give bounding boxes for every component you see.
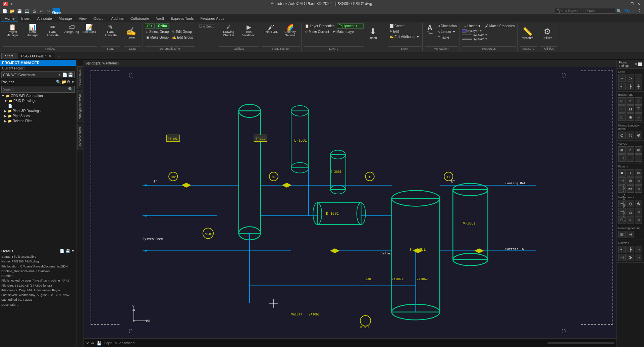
fitting-item-6[interactable]: ○ [635, 177, 642, 185]
fitting-item-4[interactable]: ⊣ [618, 177, 626, 185]
instr-item-3[interactable]: ⊕ [635, 200, 642, 207]
project-icon2[interactable]: 💾 [68, 72, 73, 77]
edit-group-btn2[interactable]: ✍ Edit Group [171, 35, 195, 40]
instr-item-6[interactable]: ○ [635, 208, 642, 215]
help-button[interactable]: ? [636, 8, 643, 14]
signin-button[interactable]: Sign In [625, 9, 635, 13]
tab-collaborate[interactable]: Collaborate [127, 15, 153, 22]
tab-featured[interactable]: Featured Apps [197, 15, 228, 22]
valve-item-4[interactable]: ⊣ [618, 154, 626, 162]
spec-item-3[interactable]: ⊕ [635, 132, 642, 139]
make-group-button[interactable]: ▣ Make Group [145, 35, 170, 40]
fitting-item-9[interactable]: ○ [635, 185, 642, 193]
equip-item-5[interactable]: ⊔ [627, 105, 634, 113]
match-props-button[interactable]: 🖌 Match Properties [484, 23, 516, 29]
data-manager-button[interactable]: 📊 Data Manager [23, 23, 42, 38]
line-item-4[interactable]: ┤ [618, 83, 626, 90]
spec-item-1[interactable]: ⊙ [618, 132, 626, 139]
layer-properties-button[interactable]: 📋 Layer Properties [304, 23, 336, 29]
fitting-item-1[interactable]: ▣ [618, 169, 626, 177]
cmd-icon2[interactable]: ✏ [91, 341, 95, 346]
cmd-icon1[interactable]: ✕ [86, 341, 89, 346]
pid-annotate-button[interactable]: ✏ P&ID Annotate [43, 23, 62, 38]
valve-item-3[interactable]: ⊕ [635, 146, 642, 154]
tab-drawing[interactable]: PSG300 P&ID* ✕ [17, 53, 55, 59]
details-btn2[interactable]: 💾 [65, 249, 70, 253]
restore-button[interactable]: ❒ [629, 1, 635, 6]
side-tab-ortho[interactable]: Orthographic DWG [77, 91, 83, 122]
leader-button[interactable]: ↖ Leader ▼ [436, 29, 458, 34]
line-item-5[interactable]: ├ [627, 83, 634, 90]
equip-item-4[interactable]: ⊓ [618, 105, 626, 113]
nozzle-item-1[interactable]: ┤ [618, 246, 626, 253]
cmd-icon3[interactable]: 💾 [97, 341, 102, 346]
nozzle-item-4[interactable]: ⊣ [618, 254, 626, 261]
search-input[interactable] [555, 8, 615, 14]
tree-item-drawing[interactable]: 📄 [0, 103, 76, 108]
search-icon[interactable]: 🔍 [616, 9, 622, 13]
assign-tag-button[interactable]: 🏷 Assign Tag [63, 23, 80, 35]
insert-button[interactable]: ⬇ Insert [367, 23, 379, 44]
nozzle-item-5[interactable]: ⊗ [627, 254, 634, 261]
open-button[interactable]: 📂 [9, 8, 15, 14]
project-icon1[interactable]: 📄 [62, 72, 67, 77]
proj-toolbar-btn1[interactable]: 🔍 [56, 80, 61, 84]
ortho-button[interactable]: Ortho [156, 23, 169, 29]
valve-item-5[interactable]: ⊢ [627, 154, 634, 162]
measure-button[interactable]: 📏 Measure [520, 23, 535, 44]
redo-button[interactable]: ↪ [46, 8, 52, 14]
tab-vault[interactable]: Vault [153, 15, 167, 22]
text-button[interactable]: A Text [425, 23, 435, 35]
noneng-item-2[interactable]: ⊣ [627, 231, 634, 238]
instr-item-2[interactable]: ◇ [627, 200, 634, 207]
details-btn1[interactable]: 📄 [60, 249, 64, 253]
proj-toolbar-btn2[interactable]: 📁 [61, 80, 66, 84]
instr-item-9[interactable]: ○ [635, 216, 642, 224]
close-button[interactable]: ✕ [636, 1, 641, 6]
tab-express[interactable]: Express Tools [167, 15, 197, 22]
valve-item-1[interactable]: ⊗ [618, 146, 626, 154]
paint-pid-button[interactable]: 🖌 Paint P&ID [262, 23, 280, 35]
new-button[interactable]: 📄 [1, 8, 8, 14]
minimize-button[interactable]: – [623, 1, 628, 6]
tab-addins[interactable]: Add-ins [108, 15, 127, 22]
noneng-item-1[interactable]: ✉ [618, 231, 626, 238]
make-current-button[interactable]: ☆ Make Current [304, 29, 330, 34]
tool-palettes-float[interactable]: ⬜ [638, 62, 642, 66]
proj-toolbar-btn4[interactable]: ▼ [71, 80, 75, 84]
equip-item-2[interactable]: ○ [627, 97, 634, 105]
tool-palettes-close[interactable]: ✕ [635, 62, 637, 66]
project-manager-button[interactable]: 📋 Project Manager [3, 23, 22, 38]
tab-drawing-close[interactable]: ✕ [49, 54, 51, 58]
linear-button[interactable]: ↔ Linear ▼ [462, 23, 482, 29]
share-button[interactable]: ↑ Share [53, 8, 60, 14]
save-as-button[interactable]: 💻 [23, 8, 30, 14]
tab-view[interactable]: View [75, 15, 90, 22]
equip-item-6[interactable]: ⊤ [635, 105, 642, 113]
save-button[interactable]: 💾 [16, 8, 23, 14]
tab-manage[interactable]: Manage [55, 15, 75, 22]
search-icon[interactable]: 🔍 [67, 86, 74, 92]
equip-item-7[interactable]: □ [618, 113, 626, 121]
print-button[interactable]: 🖨 [31, 8, 38, 14]
tree-item-pid-drawings[interactable]: ▼ 📁 P&ID Drawings [0, 98, 76, 103]
drawing-checker-button[interactable]: ✓ Drawing Checker [219, 23, 238, 38]
equip-item-1[interactable]: ⊕ [618, 97, 626, 105]
nozzle-item-2[interactable]: ├ [627, 246, 634, 253]
fitting-item-2[interactable]: T [627, 169, 634, 177]
nozzle-item-3[interactable]: ○ [635, 246, 642, 253]
edit-attributes-button[interactable]: ✍ Edit Attributes ▼ [388, 34, 421, 39]
pid-annotate-btn2[interactable]: ✎ P&ID Annotate [101, 23, 120, 38]
tab-add-button[interactable]: + [56, 53, 62, 59]
tab-output[interactable]: Output [90, 15, 108, 22]
equipment-dropdown[interactable]: Equipment ▼ [337, 23, 364, 29]
canvas[interactable]: TK-1001 E-1001 D-1001 E-3001 P1001 [84, 67, 616, 338]
line-item-2[interactable]: ▷ [627, 75, 634, 82]
run-validation-button[interactable]: ▶ Run Validation [239, 23, 259, 38]
color-by-service-button[interactable]: 🌈 Color by Service [280, 23, 300, 38]
draw-button[interactable]: ✍ Draw [124, 23, 138, 44]
equip-item-8[interactable]: ▣ [627, 113, 634, 121]
tab-annotate[interactable]: Annotate [34, 15, 55, 22]
equip-item-9[interactable]: ⌐ [635, 113, 642, 121]
side-tab-iso[interactable]: Isometric DWG [77, 124, 83, 150]
